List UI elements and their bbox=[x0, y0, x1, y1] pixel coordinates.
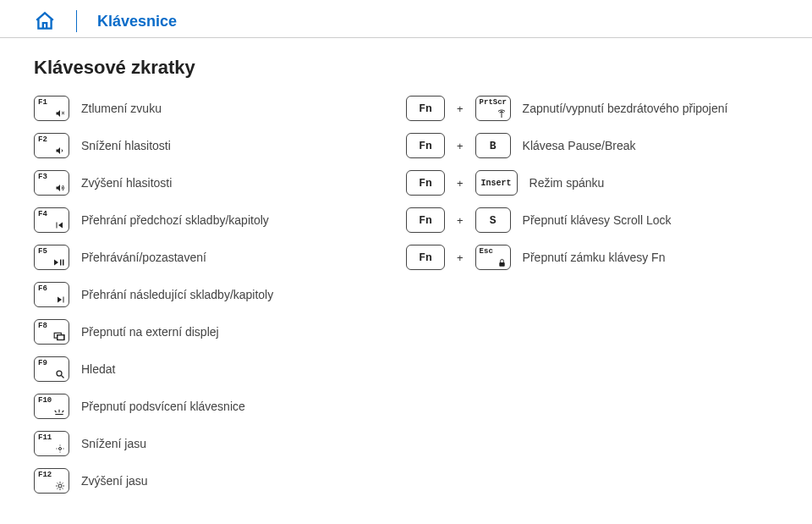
key-label: F4 bbox=[38, 210, 47, 218]
svg-rect-6 bbox=[63, 260, 64, 266]
svg-line-31 bbox=[58, 488, 58, 489]
header-divider bbox=[76, 10, 77, 32]
shortcut-desc: Přehrání předchozí skladby/kapitoly bbox=[81, 213, 269, 227]
prev-track-icon bbox=[55, 220, 65, 230]
display-icon bbox=[53, 332, 65, 342]
plus-sign: + bbox=[457, 251, 464, 264]
svg-line-13 bbox=[62, 376, 64, 378]
plus-sign: + bbox=[457, 214, 464, 227]
shortcut-desc: Přehrávání/pozastavení bbox=[81, 251, 206, 264]
plus-sign: + bbox=[457, 102, 464, 115]
svg-rect-10 bbox=[58, 335, 64, 340]
shortcut-desc: Zvýšení jasu bbox=[81, 474, 148, 488]
shortcut-row: F11 Snížení jasu bbox=[34, 429, 355, 458]
page-title: Klávesnice bbox=[97, 13, 177, 30]
shortcut-desc: Snížení hlasitosti bbox=[81, 139, 171, 152]
svg-rect-2 bbox=[57, 223, 58, 229]
key-s: S bbox=[475, 207, 511, 233]
shortcut-row: Fn + Esc Přepnutí zámku klávesy Fn bbox=[406, 243, 778, 272]
svg-line-28 bbox=[58, 483, 58, 484]
shortcut-row: F12 Zvýšení jasu bbox=[34, 466, 355, 495]
shortcut-row: Fn + B Klávesa Pause/Break bbox=[406, 131, 778, 160]
key-label: F11 bbox=[38, 433, 52, 442]
key-label: PrtScr bbox=[480, 98, 507, 107]
key-label: S bbox=[490, 214, 497, 227]
key-label: F12 bbox=[38, 471, 52, 479]
page-header: Klávesnice bbox=[0, 0, 812, 38]
key-fn: Fn bbox=[406, 170, 445, 196]
shortcut-desc: Zvýšení hlasitosti bbox=[81, 176, 172, 190]
plus-sign: + bbox=[457, 140, 464, 152]
svg-marker-3 bbox=[58, 223, 63, 229]
key-f3: F3 bbox=[34, 170, 69, 196]
key-label: F6 bbox=[38, 284, 47, 293]
shortcut-desc: Režim spánku bbox=[529, 176, 605, 190]
volume-up-icon bbox=[55, 183, 65, 193]
home-icon[interactable] bbox=[34, 10, 56, 32]
key-label: Insert bbox=[481, 179, 512, 188]
key-f8: F8 bbox=[34, 319, 69, 345]
svg-point-23 bbox=[58, 484, 62, 488]
shortcut-desc: Hledat bbox=[81, 362, 115, 376]
shortcut-desc: Přepnutí klávesy Scroll Lock bbox=[523, 213, 672, 227]
shortcut-desc: Přepnutí zámku klávesy Fn bbox=[523, 251, 666, 264]
shortcut-row: F8 Přepnutí na externí displej bbox=[34, 317, 355, 346]
shortcut-row: F10 Přepnutí podsvícení klávesnice bbox=[34, 392, 355, 421]
backlight-icon bbox=[53, 406, 65, 416]
key-f12: F12 bbox=[34, 468, 69, 494]
brightness-up-icon bbox=[55, 481, 65, 491]
key-f1: F1 bbox=[34, 96, 69, 121]
key-f11: F11 bbox=[34, 431, 69, 456]
shortcut-desc: Přehrání následující skladby/kapitoly bbox=[81, 288, 273, 301]
key-label: F8 bbox=[38, 322, 47, 330]
key-label: F1 bbox=[38, 98, 47, 107]
svg-marker-7 bbox=[58, 297, 62, 303]
shortcut-row: F6 Přehrání následující skladby/kapitoly bbox=[34, 280, 355, 309]
key-fn: Fn bbox=[406, 96, 445, 121]
key-label: F2 bbox=[38, 135, 47, 144]
svg-line-30 bbox=[63, 483, 63, 484]
shortcut-desc: Ztlumení zvuku bbox=[81, 102, 162, 115]
key-label: F10 bbox=[38, 396, 52, 405]
shortcut-row: F1 Ztlumení zvuku bbox=[34, 94, 355, 123]
play-pause-icon bbox=[53, 257, 65, 268]
svg-rect-5 bbox=[60, 260, 62, 266]
shortcut-row: F2 Snížení hlasitosti bbox=[34, 131, 355, 160]
volume-down-icon bbox=[55, 146, 65, 156]
section-title: Klávesové zkratky bbox=[34, 57, 812, 79]
shortcut-row: Fn + S Přepnutí klávesy Scroll Lock bbox=[406, 206, 778, 234]
shortcut-desc: Snížení jasu bbox=[81, 437, 146, 450]
left-column: F1 Ztlumení zvuku F2 Snížení hlasitosti … bbox=[34, 94, 355, 495]
key-label: F9 bbox=[38, 359, 47, 367]
key-prtscr: PrtScr bbox=[475, 96, 511, 121]
key-fn: Fn bbox=[406, 133, 445, 158]
shortcut-row: F4 Přehrání předchozí skladby/kapitoly bbox=[34, 206, 355, 234]
wireless-icon bbox=[497, 108, 507, 119]
key-f10: F10 bbox=[34, 394, 69, 419]
shortcut-row: F5 Přehrávání/pozastavení bbox=[34, 243, 355, 272]
svg-marker-4 bbox=[54, 260, 58, 266]
svg-line-15 bbox=[55, 411, 57, 412]
key-f4: F4 bbox=[34, 207, 69, 233]
key-fn: Fn bbox=[406, 207, 445, 233]
search-icon bbox=[55, 369, 65, 379]
svg-point-12 bbox=[57, 371, 62, 376]
plus-sign: + bbox=[457, 177, 464, 190]
lock-icon bbox=[497, 258, 507, 268]
key-b: B bbox=[475, 133, 511, 158]
key-f9: F9 bbox=[34, 356, 69, 382]
svg-point-18 bbox=[59, 448, 62, 450]
shortcut-desc: Klávesa Pause/Break bbox=[523, 139, 636, 152]
shortcut-row: F9 Hledat bbox=[34, 355, 355, 383]
next-track-icon bbox=[55, 295, 65, 305]
key-f6: F6 bbox=[34, 282, 69, 307]
shortcut-desc: Přepnutí na externí displej bbox=[81, 325, 219, 339]
key-label: Esc bbox=[480, 247, 493, 256]
key-label: F5 bbox=[38, 247, 47, 256]
svg-line-29 bbox=[63, 488, 63, 489]
mute-icon bbox=[55, 108, 65, 119]
svg-rect-8 bbox=[63, 297, 64, 303]
shortcut-desc: Přepnutí podsvícení klávesnice bbox=[81, 400, 245, 413]
key-insert: Insert bbox=[475, 170, 518, 196]
key-f5: F5 bbox=[34, 245, 69, 270]
